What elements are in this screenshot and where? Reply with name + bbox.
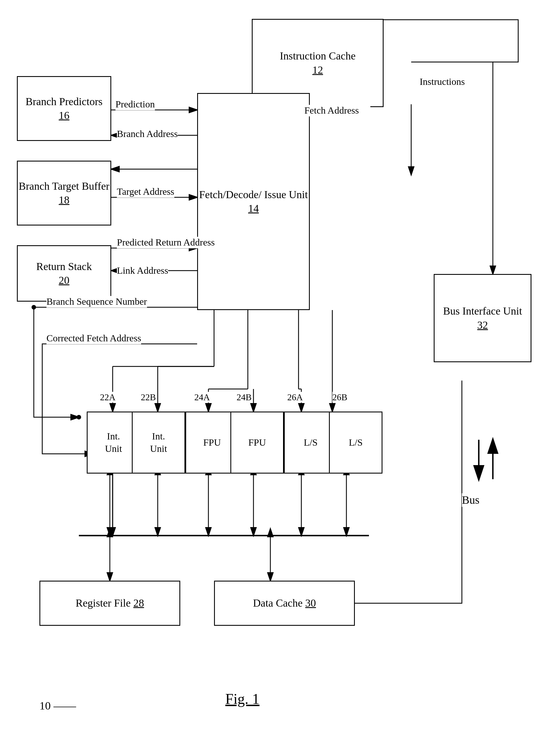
data-cache-num: 30 [305,597,316,609]
figure-label: Fig. 1 [225,690,259,707]
fpu-a-label: FPU [203,436,221,449]
ls-a-label: L/S [304,436,317,449]
unit-label-22a: 22A [100,392,116,403]
fdi-label: Fetch/Decode/ Issue Unit [199,188,308,202]
int-unit-b-box: Int.Unit [132,412,185,473]
fpu-b-label: FPU [248,436,266,449]
branch-predictors-label: Branch Predictors [26,95,103,109]
branch-predictors-num: 16 [26,109,103,122]
return-stack-label: Return Stack [36,259,92,274]
biu-num: 32 [443,318,522,332]
ref-label: 10 —— [39,699,76,712]
branch-predictors-box: Branch Predictors 16 [17,76,111,141]
svg-point-41 [77,415,81,419]
register-file-label: Register File [76,597,134,609]
unit-label-26a: 26A [287,392,303,403]
unit-label-26b: 26B [332,392,347,403]
branch-address-label: Branch Address [117,128,178,140]
btb-label: Branch Target Buffer [19,179,109,193]
btb-num: 18 [19,193,109,207]
instruction-cache-num: 12 [280,63,356,77]
branch-seq-label: Branch Sequence Number [46,296,147,308]
data-cache-label: Data Cache [253,597,305,609]
int-unit-b-label: Int.Unit [150,430,167,455]
fetch-address-label: Fetch Address [293,105,370,116]
ls-b-label: L/S [349,436,363,449]
register-file-num: 28 [133,597,144,609]
instruction-cache-label: Instruction Cache [280,49,356,63]
corrected-fetch-label: Corrected Fetch Address [46,333,141,344]
fpu-b-box: FPU [230,412,284,473]
data-cache-box: Data Cache 30 [214,581,355,626]
fdi-num: 14 [199,202,308,215]
unit-label-22b: 22B [141,392,156,403]
diagram: Instruction Cache 12 Branch Predictors 1… [0,0,552,756]
bus-interface-unit-box: Bus Interface Unit 32 [434,274,531,362]
link-address-label: Link Address [117,265,168,277]
fetch-decode-issue-box: Fetch/Decode/ Issue Unit 14 [197,93,310,310]
branch-target-buffer-box: Branch Target Buffer 18 [17,161,111,225]
register-file-box: Register File 28 [39,581,180,626]
target-address-label: Target Address [117,186,174,198]
biu-label: Bus Interface Unit [443,304,522,318]
prediction-label: Prediction [116,99,155,110]
ls-b-box: L/S [329,412,383,473]
return-stack-box: Return Stack 20 [17,245,111,302]
return-stack-num: 20 [36,274,92,287]
unit-label-24a: 24A [194,392,210,403]
unit-label-24b: 24B [237,392,252,403]
svg-point-40 [31,305,36,310]
instructions-label: Instructions [420,76,465,88]
bus-label: Bus [462,493,479,507]
int-unit-a-label: Int.Unit [105,430,122,455]
predicted-return-label: Predicted Return Address [117,237,215,248]
